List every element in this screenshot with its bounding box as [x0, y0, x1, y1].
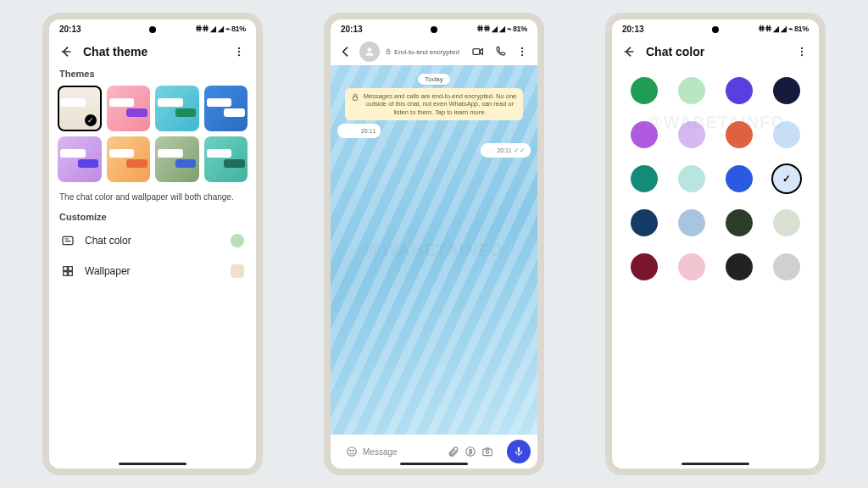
color-swatch-14[interactable]	[678, 209, 705, 236]
svg-point-1	[238, 51, 240, 53]
voice-call-icon[interactable]	[492, 43, 509, 60]
app-header: Chat color	[612, 38, 819, 65]
color-swatch-7[interactable]	[726, 121, 753, 148]
phone-2-chat: 20:13 ⵌ ⵌ ◢ ◢ ⌁ 81% End-to-end encrypted…	[324, 13, 544, 475]
attach-icon[interactable]	[448, 446, 459, 458]
themes-grid: ✓	[49, 82, 256, 186]
more-icon[interactable]	[231, 43, 248, 60]
phone-3-chat-color: 20:13 ⵌ ⵌ ◢ ◢ ⌁ 81% Chat color @WABETAIN…	[605, 13, 826, 475]
theme-tile-4[interactable]	[204, 86, 248, 131]
watermark: @WABETAINFO	[364, 241, 503, 260]
status-right: ⵌ ⵌ ◢ ◢ ⌁ 81%	[759, 25, 809, 33]
status-time: 20:13	[59, 25, 81, 34]
svg-rect-21	[518, 447, 520, 452]
outgoing-message[interactable]: 20:11 ✓✓	[481, 143, 531, 158]
theme-tile-2[interactable]	[107, 86, 151, 131]
customize-section-label: Customize	[49, 208, 256, 225]
status-right: ⵌ ⵌ ◢ ◢ ⌁ 81%	[477, 25, 527, 33]
theme-tile-8[interactable]	[204, 136, 248, 182]
message-input[interactable]: Message	[337, 441, 502, 463]
chat-color-label: Chat color	[85, 235, 131, 247]
theme-tile-3[interactable]	[155, 86, 199, 131]
video-call-icon[interactable]	[470, 43, 487, 60]
gesture-bar	[682, 463, 749, 465]
color-swatch-19[interactable]	[726, 253, 753, 280]
color-swatch-20[interactable]	[773, 253, 800, 280]
gesture-bar	[119, 463, 186, 465]
wallpaper-swatch	[231, 264, 244, 278]
theme-tile-1[interactable]: ✓	[58, 86, 102, 131]
svg-rect-6	[64, 272, 68, 276]
emoji-icon[interactable]	[346, 446, 358, 458]
status-bar: 20:13 ⵌ ⵌ ◢ ◢ ⌁ 81%	[612, 19, 819, 38]
palette-icon	[61, 234, 75, 247]
color-swatch-4[interactable]	[773, 77, 800, 104]
color-swatch-6[interactable]	[678, 121, 705, 148]
more-icon[interactable]	[793, 43, 810, 60]
wallpaper-icon	[61, 264, 75, 278]
color-swatch-1[interactable]	[631, 77, 658, 104]
gesture-bar	[400, 463, 468, 465]
chat-header: End-to-end encrypted	[331, 38, 537, 65]
back-icon[interactable]	[620, 43, 637, 60]
date-pill: Today	[418, 74, 449, 85]
app-header: Chat theme	[49, 38, 256, 65]
svg-point-8	[368, 47, 372, 52]
svg-rect-9	[387, 51, 390, 53]
phone-1-chat-theme: 20:13 ⵌ ⵌ ◢ ◢ ⌁ 81% Chat theme Themes ✓ …	[42, 13, 263, 475]
status-right: ⵌ ⵌ ◢ ◢ ⌁ 81%	[196, 25, 246, 33]
color-swatch-12[interactable]	[773, 165, 800, 192]
color-swatch-3[interactable]	[726, 77, 753, 104]
themes-section-label: Themes	[49, 65, 256, 82]
color-swatch-11[interactable]	[726, 165, 753, 192]
theme-tile-7[interactable]	[155, 136, 199, 182]
status-time: 20:13	[622, 25, 644, 34]
color-swatch-2[interactable]	[678, 77, 705, 104]
wallpaper-label: Wallpaper	[85, 265, 131, 277]
helper-text: The chat color and wallpaper will both c…	[49, 186, 256, 208]
payment-icon[interactable]	[465, 446, 476, 458]
color-swatch-9[interactable]	[631, 165, 658, 192]
color-swatch-17[interactable]	[631, 253, 658, 280]
page-title: Chat theme	[83, 45, 147, 58]
theme-tile-5[interactable]	[58, 136, 102, 182]
back-icon[interactable]	[58, 43, 75, 60]
svg-point-20	[486, 451, 489, 454]
svg-point-13	[521, 54, 523, 56]
color-swatch-16[interactable]	[773, 209, 800, 236]
color-swatch-5[interactable]	[631, 121, 658, 148]
svg-rect-10	[473, 49, 480, 55]
avatar[interactable]	[359, 42, 380, 62]
back-icon[interactable]	[337, 43, 354, 60]
svg-point-11	[521, 47, 523, 49]
message-placeholder: Message	[363, 447, 398, 457]
color-swatch-10[interactable]	[678, 165, 705, 192]
chat-color-swatch	[231, 234, 244, 247]
svg-point-0	[238, 47, 240, 49]
svg-point-15	[348, 447, 357, 457]
color-swatch-8[interactable]	[773, 121, 800, 148]
more-icon[interactable]	[514, 43, 531, 60]
chat-color-item[interactable]: Chat color	[49, 225, 256, 256]
incoming-message[interactable]: 20:11	[337, 124, 381, 138]
encryption-notice[interactable]: Messages and calls are end-to-end encryp…	[345, 88, 523, 120]
theme-tile-6[interactable]	[107, 136, 151, 182]
status-time: 20:13	[341, 25, 363, 34]
color-swatch-18[interactable]	[678, 253, 705, 280]
mic-button[interactable]	[507, 440, 531, 463]
chat-background: @WABETAINFO Today Messages and calls are…	[331, 65, 537, 435]
svg-rect-7	[69, 272, 73, 276]
status-bar: 20:13 ⵌ ⵌ ◢ ◢ ⌁ 81%	[331, 19, 537, 38]
color-swatch-13[interactable]	[631, 209, 658, 236]
screen3-body: @WABETAINFO	[612, 65, 819, 469]
camera-icon[interactable]	[481, 446, 493, 458]
svg-point-24	[801, 54, 803, 56]
page-title: Chat color	[646, 45, 704, 58]
svg-rect-3	[63, 236, 73, 244]
encrypted-badge[interactable]: End-to-end encrypted	[385, 48, 459, 56]
color-swatch-15[interactable]	[726, 209, 753, 236]
svg-point-17	[353, 450, 353, 451]
svg-point-22	[801, 47, 803, 49]
svg-rect-5	[69, 267, 73, 271]
wallpaper-item[interactable]: Wallpaper	[49, 256, 256, 286]
